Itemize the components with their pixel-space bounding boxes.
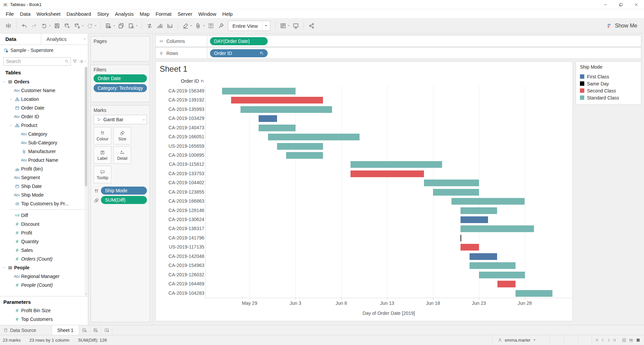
- fix-axes-button[interactable]: [216, 21, 226, 31]
- menu-format[interactable]: Format: [153, 11, 175, 17]
- presentation-mode-button[interactable]: [291, 21, 301, 31]
- field-sub-category[interactable]: AbcSub-Category: [0, 138, 88, 147]
- marks-tooltip-button[interactable]: Tooltip: [94, 166, 111, 183]
- new-data-source-button[interactable]: [62, 21, 72, 31]
- replay-button-caret-icon[interactable]: [49, 24, 52, 27]
- menu-map[interactable]: Map: [137, 11, 153, 17]
- field-location[interactable]: Location: [0, 95, 88, 104]
- clear-sheet-button[interactable]: [126, 21, 136, 31]
- parameter-top-customers[interactable]: #Top Customers: [0, 315, 88, 324]
- duplicate-sheet-button[interactable]: [116, 21, 126, 31]
- field-people[interactable]: People: [0, 263, 88, 272]
- menu-analysis[interactable]: Analysis: [112, 11, 137, 17]
- legend-item-standard-class[interactable]: Standard Class: [580, 94, 641, 101]
- gantt-bar[interactable]: [259, 125, 295, 131]
- previous-page-icon[interactable]: [600, 338, 605, 343]
- legend-item-first-class[interactable]: First Class: [580, 73, 641, 80]
- pause-auto-updates-button-caret-icon[interactable]: [82, 24, 85, 27]
- mark-pill-sum-diff-[interactable]: SUM(Diff): [101, 196, 147, 204]
- datasource-item[interactable]: Sample - Superstore: [0, 45, 88, 56]
- swap-rows-columns-button[interactable]: [145, 21, 155, 31]
- tableau-start-page-button[interactable]: [3, 21, 13, 31]
- filter-pill-category-technology[interactable]: Category: Technology: [94, 84, 147, 92]
- gantt-bar[interactable]: [240, 106, 332, 113]
- new-worksheet-button[interactable]: [103, 21, 113, 31]
- last-page-icon[interactable]: [612, 338, 617, 343]
- field-regional-manager[interactable]: AbcRegional Manager: [0, 272, 88, 281]
- field-orders[interactable]: Orders: [0, 77, 88, 86]
- undo-button[interactable]: [19, 21, 29, 31]
- share-button[interactable]: [307, 21, 317, 31]
- field-order-id[interactable]: AbcOrder ID: [0, 112, 88, 121]
- row-field-header[interactable]: Order ID: [156, 78, 204, 84]
- field-orders-count[interactable]: #Orders (Count): [0, 255, 88, 263]
- field-diff[interactable]: =#Diff: [0, 211, 88, 220]
- data-source-tab[interactable]: Data Source: [0, 325, 42, 335]
- legend-item-second-class[interactable]: Second Class: [580, 87, 641, 94]
- marks-label-button[interactable]: Label: [94, 146, 111, 164]
- run-update-button-caret-icon[interactable]: [94, 24, 98, 27]
- clear-sheet-button-caret-icon[interactable]: [136, 24, 139, 27]
- fit-selector[interactable]: Entire View: [228, 21, 270, 31]
- columns-pill-day-order-date[interactable]: DAY(Order Date): [210, 37, 268, 45]
- view-options-icon[interactable]: [79, 59, 87, 64]
- menu-help[interactable]: Help: [219, 11, 236, 17]
- gantt-bar[interactable]: [222, 88, 296, 94]
- filter-pill-order-date[interactable]: Order Date: [94, 74, 147, 82]
- close-button[interactable]: [629, 0, 644, 9]
- group-members-button[interactable]: [193, 21, 203, 31]
- gantt-bar[interactable]: [351, 161, 442, 168]
- show-me-button[interactable]: Show Me: [603, 21, 641, 30]
- field-profit[interactable]: #Profit: [0, 228, 88, 237]
- fit-selector-caret-icon[interactable]: [262, 21, 270, 30]
- field-category[interactable]: AbcCategory: [0, 130, 88, 138]
- search-input[interactable]: Search: [3, 57, 71, 66]
- gantt-bar[interactable]: [461, 235, 461, 242]
- parameter-profit-bin-size[interactable]: #Profit Bin Size: [0, 306, 88, 315]
- field-sales[interactable]: #Sales: [0, 246, 88, 255]
- save-button[interactable]: [52, 21, 62, 31]
- gantt-bar[interactable]: [479, 272, 525, 278]
- gantt-bar[interactable]: [433, 189, 479, 196]
- expand-caret-icon[interactable]: [8, 124, 13, 127]
- tab-data[interactable]: Data: [0, 33, 41, 45]
- field-people-count[interactable]: #People (Count): [0, 281, 88, 289]
- run-update-button[interactable]: [85, 21, 95, 31]
- mark-pill-ship-mode[interactable]: Ship Mode: [101, 187, 147, 195]
- field-quantity[interactable]: #Quantity: [0, 237, 88, 246]
- marks-size-button[interactable]: Size: [113, 127, 131, 144]
- grid-view-icon[interactable]: [622, 338, 627, 343]
- gantt-bar[interactable]: [461, 225, 534, 232]
- mark-type-dropdown[interactable]: Gantt Bar: [94, 115, 147, 124]
- filters-shelf[interactable]: Filters Order DateCategory: Technology: [91, 65, 150, 102]
- menu-window[interactable]: Window: [195, 11, 219, 17]
- gantt-bar[interactable]: [470, 262, 516, 269]
- field-product[interactable]: Product: [0, 121, 88, 130]
- menu-data[interactable]: Data: [17, 11, 34, 17]
- gantt-bar[interactable]: [461, 207, 497, 214]
- menu-story[interactable]: Story: [94, 11, 112, 17]
- scroll-down-icon[interactable]: [85, 292, 88, 295]
- legend-item-same-day[interactable]: Same Day: [580, 80, 641, 87]
- rows-pill-order-id[interactable]: Order ID: [210, 49, 268, 57]
- gantt-bar[interactable]: [497, 281, 516, 287]
- field-segment[interactable]: AbcSegment: [0, 173, 88, 182]
- highlight-button[interactable]: [180, 21, 191, 31]
- expand-caret-icon[interactable]: [1, 266, 6, 269]
- new-story-tab-button[interactable]: [101, 325, 112, 335]
- menu-dashboard[interactable]: Dashboard: [63, 11, 94, 17]
- gantt-bar[interactable]: [231, 97, 323, 104]
- gantt-bar[interactable]: [451, 198, 525, 205]
- field-discount[interactable]: #Discount: [0, 220, 88, 228]
- show-hide-cards-button[interactable]: [278, 21, 288, 31]
- show-hide-cards-button-caret-icon[interactable]: [287, 24, 291, 27]
- gantt-bar[interactable]: [470, 253, 497, 260]
- expand-caret-icon[interactable]: [1, 80, 6, 83]
- user-menu[interactable]: emma.marler: [492, 335, 549, 345]
- menu-file[interactable]: File: [3, 11, 17, 17]
- pause-auto-updates-button[interactable]: [72, 21, 82, 31]
- new-worksheet-button-caret-icon[interactable]: [113, 24, 116, 27]
- rows-shelf[interactable]: Order ID: [207, 47, 641, 59]
- gantt-bar[interactable]: [268, 134, 360, 140]
- marks-colour-button[interactable]: Colour: [94, 127, 111, 144]
